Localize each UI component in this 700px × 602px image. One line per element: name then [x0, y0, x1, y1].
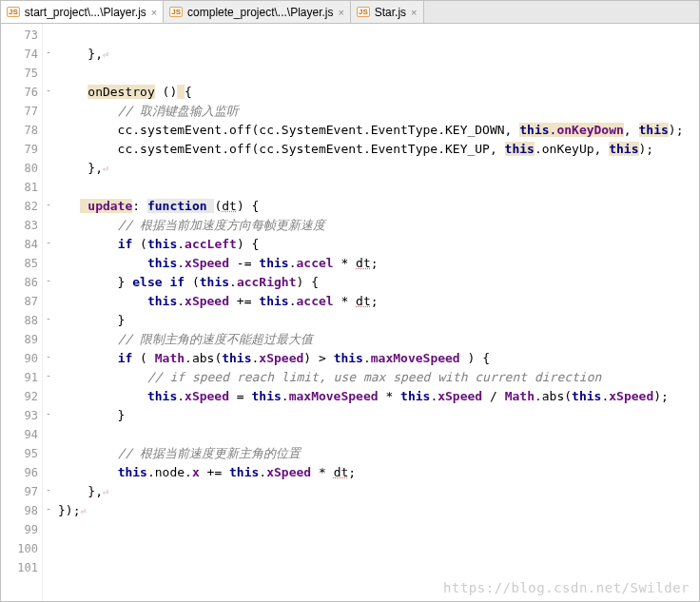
fold-marker [43, 461, 54, 480]
fold-marker[interactable]: - [43, 43, 54, 62]
code-line[interactable]: } [58, 311, 699, 330]
line-number: 75 [1, 64, 38, 83]
line-number: 78 [1, 121, 38, 140]
watermark: https://blog.csdn.net/Swilder [443, 580, 690, 595]
code-line[interactable]: if (this.accLeft) { [58, 235, 699, 254]
line-number: 85 [1, 254, 38, 273]
close-icon[interactable]: × [339, 7, 344, 18]
line-number: 92 [1, 387, 38, 406]
line-number: 91 [1, 368, 38, 387]
fold-marker [43, 24, 54, 43]
line-number: 96 [1, 463, 38, 482]
fold-marker [43, 62, 54, 81]
line-gutter: 7374757677787980818283848586878889909192… [1, 24, 43, 601]
editor: 7374757677787980818283848586878889909192… [1, 24, 699, 601]
fold-marker [43, 328, 54, 347]
line-number: 89 [1, 330, 38, 349]
line-number: 73 [1, 26, 38, 45]
js-icon: JS [357, 7, 370, 17]
fold-marker [43, 442, 54, 461]
code-line[interactable]: this.xSpeed = this.maxMoveSpeed * this.x… [58, 387, 699, 406]
code-line[interactable]: cc.systemEvent.off(cc.SystemEvent.EventT… [58, 140, 699, 159]
code-line[interactable]: update: function (dt) { [58, 197, 699, 216]
tab-bar: JS start_project\...\Player.js × JS comp… [1, 1, 699, 24]
tab-label: complete_project\...\Player.js [187, 6, 333, 19]
code-line[interactable] [58, 539, 699, 558]
fold-marker[interactable]: - [43, 195, 54, 214]
close-icon[interactable]: × [151, 7, 157, 18]
fold-marker[interactable]: - [43, 81, 54, 100]
fold-marker[interactable]: - [43, 271, 54, 290]
fold-marker [43, 423, 54, 442]
code-line[interactable]: },⏎ [58, 482, 699, 501]
fold-gutter: ----------- [43, 24, 54, 601]
tab-start-player[interactable]: JS start_project\...\Player.js × [1, 1, 164, 23]
close-icon[interactable]: × [411, 7, 417, 18]
fold-marker[interactable]: - [43, 233, 54, 252]
tab-complete-player[interactable]: JS complete_project\...\Player.js × [164, 1, 351, 23]
fold-marker[interactable]: - [43, 347, 54, 366]
line-number: 81 [1, 178, 38, 197]
fold-marker [43, 157, 54, 176]
line-number: 101 [1, 558, 38, 577]
line-number: 82 [1, 197, 38, 216]
code-line[interactable] [58, 520, 699, 539]
code-line[interactable]: });⏎ [58, 501, 699, 520]
fold-marker[interactable]: - [43, 499, 54, 518]
line-number: 77 [1, 102, 38, 121]
fold-marker [43, 214, 54, 233]
line-number: 79 [1, 140, 38, 159]
tab-star[interactable]: JS Star.js × [351, 1, 424, 23]
code-line[interactable]: // if speed reach limit, use max speed w… [58, 368, 699, 387]
fold-marker [43, 518, 54, 537]
line-number: 86 [1, 273, 38, 292]
fold-marker [43, 119, 54, 138]
code-line[interactable]: onDestroy () { [58, 83, 699, 102]
code-line[interactable]: if ( Math.abs(this.xSpeed) > this.maxMov… [58, 349, 699, 368]
fold-marker [43, 100, 54, 119]
line-number: 76 [1, 83, 38, 102]
code-line[interactable]: },⏎ [58, 45, 699, 64]
line-number: 87 [1, 292, 38, 311]
line-number: 90 [1, 349, 38, 368]
code-line[interactable] [58, 26, 699, 45]
js-icon: JS [169, 7, 183, 17]
code-line[interactable]: } [58, 406, 699, 425]
code-area[interactable]: },⏎ onDestroy () { // 取消键盘输入监听 cc.system… [54, 24, 699, 601]
fold-marker [43, 176, 54, 195]
tab-label: start_project\...\Player.js [25, 6, 146, 19]
line-number: 88 [1, 311, 38, 330]
code-line[interactable] [58, 178, 699, 197]
line-number: 99 [1, 520, 38, 539]
code-line[interactable] [58, 64, 699, 83]
line-number: 83 [1, 216, 38, 235]
line-number: 95 [1, 444, 38, 463]
code-line[interactable]: } else if (this.accRight) { [58, 273, 699, 292]
code-line[interactable]: // 根据当前加速度方向每帧更新速度 [58, 216, 699, 235]
fold-marker[interactable]: - [43, 404, 54, 423]
code-line[interactable]: },⏎ [58, 159, 699, 178]
fold-marker [43, 537, 54, 556]
line-number: 74 [1, 45, 38, 64]
fold-marker[interactable]: - [43, 366, 54, 385]
fold-marker[interactable]: - [43, 309, 54, 328]
fold-marker[interactable]: - [43, 480, 54, 499]
line-number: 84 [1, 235, 38, 254]
code-line[interactable]: this.xSpeed += this.accel * dt; [58, 292, 699, 311]
code-line[interactable] [58, 425, 699, 444]
code-line[interactable] [58, 558, 699, 577]
fold-marker [43, 138, 54, 157]
code-line[interactable]: this.node.x += this.xSpeed * dt; [58, 463, 699, 482]
code-line[interactable]: this.xSpeed -= this.accel * dt; [58, 254, 699, 273]
line-number: 94 [1, 425, 38, 444]
line-number: 98 [1, 501, 38, 520]
code-line[interactable]: // 取消键盘输入监听 [58, 102, 699, 121]
js-icon: JS [7, 7, 20, 17]
fold-marker [43, 385, 54, 404]
fold-marker [43, 290, 54, 309]
code-line[interactable]: // 根据当前速度更新主角的位置 [58, 444, 699, 463]
code-line[interactable]: cc.systemEvent.off(cc.SystemEvent.EventT… [58, 121, 699, 140]
line-number: 80 [1, 159, 38, 178]
code-line[interactable]: // 限制主角的速度不能超过最大值 [58, 330, 699, 349]
line-number: 93 [1, 406, 38, 425]
